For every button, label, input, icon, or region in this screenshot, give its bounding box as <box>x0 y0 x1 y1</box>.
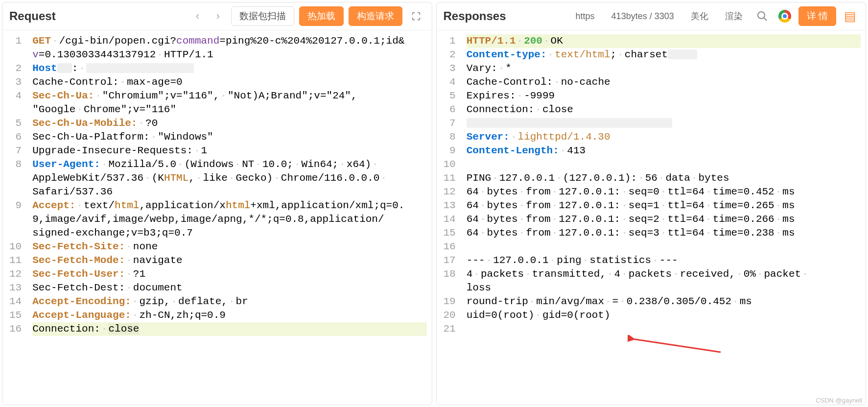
chrome-icon[interactable] <box>776 7 794 25</box>
response-header: Responses https 413bytes / 3303 美化 渲染 详 … <box>437 2 866 30</box>
svg-point-0 <box>758 12 765 19</box>
nav-next-button[interactable]: › <box>211 8 226 24</box>
request-code[interactable]: 12345678910111213141516 GET/cgi-bin/pope… <box>2 30 432 405</box>
size-pill[interactable]: 413bytes / 3303 <box>606 9 680 24</box>
expand-icon[interactable] <box>407 7 425 25</box>
response-panel: Responses https 413bytes / 3303 美化 渲染 详 … <box>436 2 867 405</box>
request-header: Request ‹ › 数据包扫描 热加载 构造请求 <box>2 2 432 30</box>
protocol-pill[interactable]: https <box>570 9 601 24</box>
svg-line-1 <box>764 18 767 21</box>
nav-prev-button[interactable]: ‹ <box>190 8 206 24</box>
packet-scan-button[interactable]: 数据包扫描 <box>231 6 294 26</box>
watermark: CSDN @gaynell <box>816 397 862 404</box>
request-panel: Request ‹ › 数据包扫描 热加载 构造请求 1234567891011… <box>2 2 432 405</box>
response-code[interactable]: 123456789101112131415161718192021 HTTP/1… <box>437 30 866 405</box>
more-icon[interactable]: ▤ <box>841 7 859 25</box>
beautify-pill[interactable]: 美化 <box>685 8 714 24</box>
hot-reload-button[interactable]: 热加载 <box>299 6 344 26</box>
request-title: Request <box>9 9 56 23</box>
response-title: Responses <box>444 9 506 23</box>
detail-button[interactable]: 详 情 <box>798 6 836 26</box>
search-icon[interactable] <box>753 7 771 25</box>
build-request-button[interactable]: 构造请求 <box>349 6 402 26</box>
render-pill[interactable]: 渲染 <box>719 8 749 24</box>
